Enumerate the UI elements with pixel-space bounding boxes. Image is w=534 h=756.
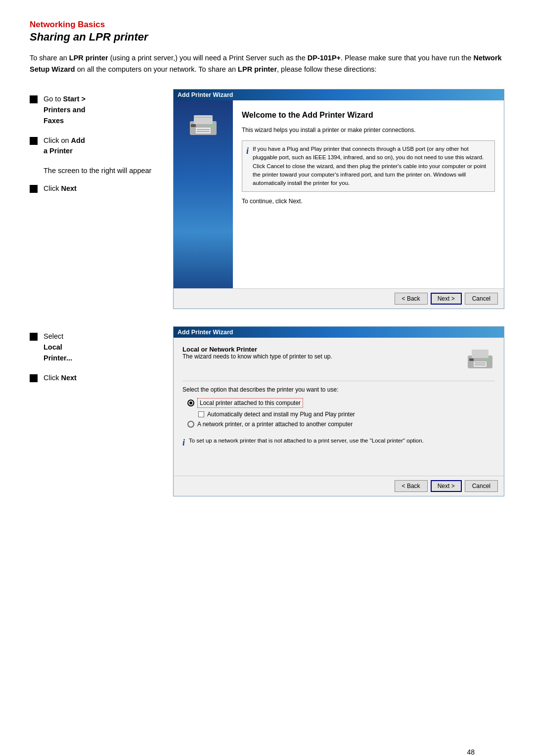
page-number: 48 [467, 748, 475, 756]
section2: SelectLocalPrinter... Click Next Add Pri… [30, 326, 504, 496]
screen-note: The screen to the right will appear [44, 166, 168, 177]
wizard2-header-text: Local or Network Printer The wizard need… [182, 346, 460, 360]
bullet-text-1: Go to Start >Printers andFaxes [44, 94, 86, 126]
wizard2-option-label: Select the option that describes the pri… [182, 386, 495, 393]
section1: Go to Start >Printers andFaxes Click on … [30, 89, 504, 309]
bullet-add-printer: Click on Adda Printer [30, 135, 168, 157]
svg-rect-11 [469, 358, 474, 361]
svg-point-6 [210, 124, 213, 127]
wizard1-desc: This wizard helps you install a printer … [242, 126, 495, 134]
wizard2-body: Local or Network Printer The wizard need… [174, 338, 504, 476]
wizard1-info-text: If you have a Plug and Play printer that… [253, 145, 490, 187]
page-header: Networking Basics Sharing an LPR printer [30, 20, 504, 44]
info-icon-1: i [246, 146, 249, 187]
wizard2-option3-row: A network printer, or a printer attached… [187, 421, 495, 428]
wizard1-welcome-title: Welcome to the Add Printer Wizard [242, 110, 495, 121]
wizard1-welcome-panel: Welcome to the Add Printer Wizard This w… [174, 100, 504, 288]
wizard2-option2-row: Automatically detect and install my Plug… [198, 411, 495, 418]
wizard1-body: Welcome to the Add Printer Wizard This w… [174, 100, 504, 288]
bullet-text-4: SelectLocalPrinter... [44, 331, 72, 363]
wizard1-back-button[interactable]: < Back [395, 293, 428, 305]
bullet-select-local: SelectLocalPrinter... [30, 331, 168, 363]
bullet-square-3 [30, 185, 38, 193]
svg-rect-2 [196, 128, 211, 133]
wizard2-options: Local printer attached to this computer … [187, 398, 495, 428]
wizard2-option2-text: Automatically detect and install my Plug… [207, 411, 355, 418]
wizard2-back-button[interactable]: < Back [395, 480, 428, 492]
svg-rect-1 [194, 115, 213, 124]
bullet-text-3: Click Next [44, 183, 77, 194]
wizard2-subtitle: The wizard needs to know which type of p… [182, 353, 460, 360]
svg-rect-7 [194, 117, 213, 118]
radio-network-printer[interactable] [187, 421, 194, 428]
wizard1-dialog: Add Printer Wizard [173, 89, 504, 309]
printer-icon [186, 110, 221, 140]
bullet-square-2 [30, 137, 38, 145]
section-label: Networking Basics [30, 20, 504, 30]
intro-paragraph: To share an LPR printer (using a print s… [30, 52, 504, 75]
wizard2-option3-text: A network printer, or a printer attached… [197, 421, 353, 428]
svg-rect-13 [475, 364, 486, 365]
wizard2-title: Local or Network Printer [182, 346, 460, 353]
bullet-text-2: Click on Adda Printer [44, 135, 85, 157]
section2-instructions: SelectLocalPrinter... Click Next [30, 326, 168, 392]
wizard2-info-text: To set up a network printer that is not … [189, 437, 424, 448]
checkbox-autodetect[interactable] [198, 411, 204, 417]
wizard2-next-button[interactable]: Next > [431, 480, 462, 492]
svg-rect-5 [197, 131, 210, 132]
bullet-square-1 [30, 95, 38, 103]
wizard1-footer: < Back Next > Cancel [174, 288, 504, 309]
radio-local-printer[interactable] [187, 400, 194, 406]
wizard1-titlebar: Add Printer Wizard [174, 89, 504, 100]
wizard2-dialog: Add Printer Wizard Local or Network Prin… [173, 326, 504, 496]
svg-rect-10 [474, 361, 487, 367]
svg-rect-4 [197, 129, 210, 130]
wizard2-separator [182, 381, 495, 381]
wizard2-option1-row: Local printer attached to this computer [187, 398, 495, 408]
wizard2-cancel-button[interactable]: Cancel [465, 480, 498, 492]
wizard1-continue-text: To continue, click Next. [242, 198, 495, 205]
wizard1-info-box: i If you have a Plug and Play printer th… [242, 140, 495, 192]
wizard1-left-panel [174, 100, 233, 288]
wizard2-info-section: i To set up a network printer that is no… [182, 437, 495, 448]
wizard2-option1-text: Local printer attached to this computer [197, 398, 303, 408]
svg-rect-12 [475, 362, 486, 363]
svg-point-14 [487, 358, 490, 361]
bullet-click-next-1: Click Next [30, 183, 168, 194]
info-icon-2: i [182, 438, 185, 448]
wizard2-titlebar: Add Printer Wizard [174, 327, 504, 338]
section1-instructions: Go to Start >Printers andFaxes Click on … [30, 89, 168, 203]
wizard2-footer: < Back Next > Cancel [174, 476, 504, 496]
bullet-square-5 [30, 374, 38, 382]
wizard1-cancel-button[interactable]: Cancel [465, 293, 498, 305]
wizard1-next-button[interactable]: Next > [431, 293, 462, 305]
svg-rect-9 [472, 350, 489, 358]
bullet-text-5: Click Next [44, 373, 77, 384]
bullet-click-next-2: Click Next [30, 373, 168, 384]
wizard2-printer-icon [465, 346, 495, 373]
svg-rect-3 [191, 124, 196, 127]
wizard1-right-content: Welcome to the Add Printer Wizard This w… [233, 100, 504, 288]
bullet-square-4 [30, 333, 38, 341]
wizard2-header-row: Local or Network Printer The wizard need… [182, 346, 495, 373]
page-title: Sharing an LPR printer [30, 31, 504, 44]
bullet-start-printers: Go to Start >Printers andFaxes [30, 94, 168, 126]
